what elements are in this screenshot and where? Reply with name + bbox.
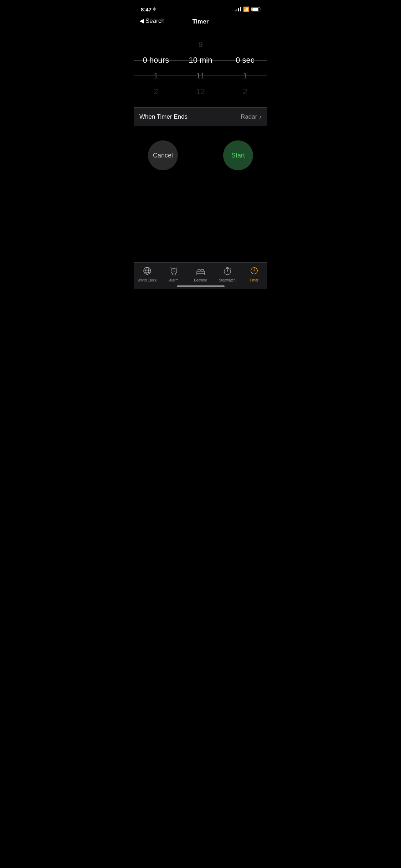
svg-rect-14 [201, 269, 204, 271]
svg-line-8 [171, 268, 171, 268]
picker-item: 3 [233, 99, 257, 107]
battery-indicator [251, 7, 260, 11]
home-indicator [177, 285, 225, 287]
start-button[interactable]: Start [223, 140, 253, 170]
svg-line-9 [176, 268, 177, 268]
back-button[interactable]: ◀ Search [139, 17, 165, 25]
stopwatch-tab-label: Stopwatch [219, 278, 236, 282]
nav-bar: ◀ Search Timer [134, 16, 267, 29]
wifi-icon: 📶 [243, 6, 249, 12]
picker-item: 8 [186, 29, 215, 37]
timer-icon [250, 266, 259, 277]
status-time: 8:47 ✈ [141, 6, 156, 12]
picker-item: 9 [186, 37, 215, 52]
timer-ends-label: When Timer Ends [139, 113, 187, 120]
time-picker[interactable]: 0 hours 1 2 3 7 [134, 29, 267, 107]
tab-alarm[interactable]: Alarm [160, 266, 187, 282]
picker-item: 12 [186, 84, 215, 99]
svg-rect-12 [197, 271, 205, 274]
page-title: Timer [192, 18, 209, 25]
signal-strength [235, 7, 241, 11]
svg-point-23 [253, 270, 255, 272]
svg-line-21 [230, 268, 231, 269]
picker-item: 3 [140, 99, 172, 107]
world-clock-icon [143, 266, 152, 277]
back-label: Search [145, 17, 165, 25]
alarm-tab-label: Alarm [169, 278, 178, 282]
stopwatch-icon [223, 266, 232, 277]
tab-bedtime[interactable]: Bedtime [187, 266, 214, 282]
timer-controls: Cancel Start [134, 126, 267, 177]
tab-stopwatch[interactable]: Stopwatch [214, 266, 241, 282]
picker-item: 13 [186, 99, 215, 107]
world-clock-tab-label: World Clock [138, 278, 157, 282]
picker-item [140, 29, 172, 37]
status-indicators: 📶 [235, 6, 260, 12]
timer-ends-row[interactable]: When Timer Ends Radar › [134, 107, 267, 126]
timer-ends-value: Radar › [241, 113, 262, 121]
timer-tab-label: Timer [250, 278, 258, 282]
picker-selection-indicator [134, 60, 267, 76]
location-icon: ✈ [153, 7, 156, 12]
status-bar: 8:47 ✈ 📶 [134, 0, 267, 16]
picker-item [233, 29, 257, 37]
tab-world-clock[interactable]: World Clock [134, 266, 160, 282]
bedtime-tab-label: Bedtime [194, 278, 207, 282]
picker-item: 2 [233, 84, 257, 99]
chevron-right-icon: › [259, 113, 262, 121]
timer-sound-name: Radar [241, 113, 257, 120]
svg-rect-13 [198, 269, 200, 271]
bedtime-icon [196, 266, 205, 277]
picker-item: 2 [140, 84, 172, 99]
tab-timer[interactable]: Timer [241, 266, 267, 282]
picker-item [140, 37, 172, 52]
alarm-icon [169, 266, 179, 277]
svg-line-10 [172, 274, 173, 275]
picker-item [233, 37, 257, 52]
svg-line-11 [175, 274, 176, 275]
time-display: 8:47 [141, 6, 151, 12]
cancel-button[interactable]: Cancel [148, 140, 178, 170]
back-chevron-icon: ◀ [139, 17, 144, 25]
